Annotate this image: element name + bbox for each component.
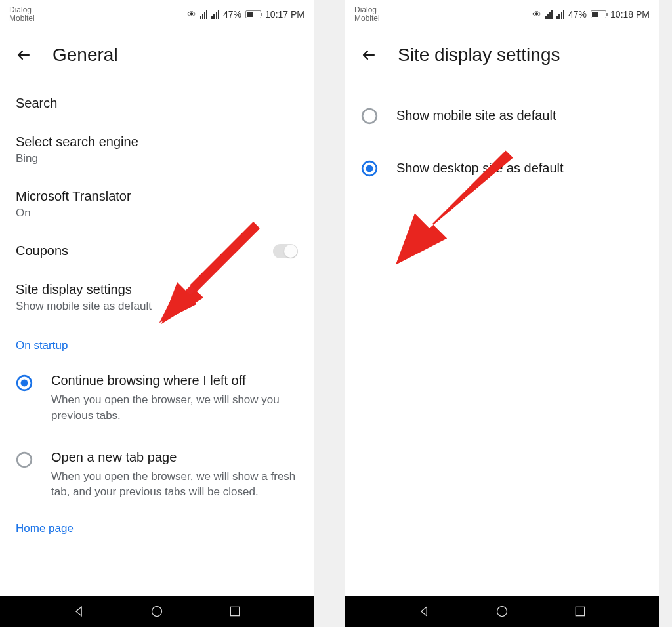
radio-text: Open a new tab page When you open the br… bbox=[51, 450, 298, 500]
page-header: General bbox=[0, 29, 314, 84]
item-subtitle: On bbox=[16, 207, 298, 220]
signal-icon-1 bbox=[200, 10, 208, 19]
eye-icon: 👁 bbox=[187, 9, 196, 20]
svg-point-5 bbox=[362, 109, 377, 123]
mobile-site-option[interactable]: Show mobile site as default bbox=[361, 89, 643, 142]
radio-title: Show desktop site as default bbox=[396, 161, 564, 176]
svg-point-2 bbox=[17, 453, 32, 467]
back-icon[interactable] bbox=[16, 47, 32, 63]
page-header: Site display settings bbox=[345, 29, 659, 84]
radio-title: Show mobile site as default bbox=[396, 108, 556, 123]
page-title: Site display settings bbox=[398, 45, 560, 66]
radio-selected-icon bbox=[361, 160, 378, 177]
translator-item[interactable]: Microsoft Translator On bbox=[16, 177, 298, 232]
battery-icon bbox=[245, 10, 261, 18]
battery-pct: 47% bbox=[223, 9, 242, 20]
select-search-engine-item[interactable]: Select search engine Bing bbox=[16, 123, 298, 177]
carrier-labels: Dialog Mobitel bbox=[354, 6, 380, 23]
item-subtitle: Show mobile site as default bbox=[16, 300, 298, 313]
radio-desc: When you open the browser, we will show … bbox=[51, 392, 298, 424]
radio-text: Continue browsing where I left off When … bbox=[51, 373, 298, 424]
svg-point-8 bbox=[497, 607, 507, 617]
android-navbar bbox=[345, 596, 659, 627]
radio-selected-icon bbox=[16, 374, 33, 392]
signal-icon-2 bbox=[556, 10, 564, 19]
carrier-labels: Dialog Mobitel bbox=[9, 6, 35, 23]
status-bar: Dialog Mobitel 👁 47% 10:18 PM bbox=[345, 0, 659, 29]
status-icons: 👁 47% 10:18 PM bbox=[532, 9, 650, 20]
svg-rect-9 bbox=[576, 607, 585, 615]
signal-icon-2 bbox=[211, 10, 219, 19]
item-title: Microsoft Translator bbox=[16, 189, 298, 204]
svg-rect-4 bbox=[231, 607, 240, 615]
item-title: Site display settings bbox=[16, 282, 298, 297]
status-bar: Dialog Mobitel 👁 47% 10:17 PM bbox=[0, 0, 314, 29]
startup-section-label: On startup bbox=[16, 325, 298, 360]
nav-recent-icon[interactable] bbox=[574, 605, 587, 618]
radio-desc: When you open the browser, we will show … bbox=[51, 469, 298, 500]
back-icon[interactable] bbox=[361, 47, 377, 63]
home-page-link[interactable]: Home page bbox=[16, 513, 298, 544]
item-title: Coupons bbox=[16, 243, 68, 258]
startup-newtab-option[interactable]: Open a new tab page When you open the br… bbox=[16, 437, 298, 514]
item-subtitle: Bing bbox=[16, 152, 298, 165]
svg-point-1 bbox=[21, 380, 28, 387]
svg-point-7 bbox=[366, 165, 373, 172]
phone-right: Dialog Mobitel 👁 47% 10:18 PM Site displ… bbox=[345, 0, 659, 627]
radio-title: Open a new tab page bbox=[51, 450, 298, 465]
coupons-item[interactable]: Coupons bbox=[16, 232, 298, 270]
settings-content: Search Select search engine Bing Microso… bbox=[0, 84, 314, 596]
phone-left: Dialog Mobitel 👁 47% 10:17 PM General Se… bbox=[0, 0, 314, 627]
eye-icon: 👁 bbox=[532, 9, 541, 20]
site-display-item[interactable]: Site display settings Show mobile site a… bbox=[16, 270, 298, 325]
status-time: 10:18 PM bbox=[610, 9, 650, 20]
carrier-2: Mobitel bbox=[354, 14, 380, 23]
status-time: 10:17 PM bbox=[265, 9, 304, 20]
radio-unselected-icon bbox=[361, 108, 378, 125]
nav-home-icon[interactable] bbox=[150, 605, 163, 618]
desktop-site-option[interactable]: Show desktop site as default bbox=[361, 142, 643, 194]
nav-back-icon[interactable] bbox=[72, 605, 85, 618]
item-title: Select search engine bbox=[16, 134, 298, 150]
coupons-toggle[interactable] bbox=[273, 244, 298, 258]
svg-point-3 bbox=[152, 607, 161, 617]
radio-title: Continue browsing where I left off bbox=[51, 373, 298, 388]
signal-icon-1 bbox=[545, 10, 553, 19]
android-navbar bbox=[0, 596, 314, 627]
status-icons: 👁 47% 10:17 PM bbox=[187, 9, 304, 20]
startup-continue-option[interactable]: Continue browsing where I left off When … bbox=[16, 360, 298, 437]
page-title: General bbox=[52, 45, 118, 66]
nav-recent-icon[interactable] bbox=[228, 605, 242, 618]
battery-icon bbox=[591, 10, 606, 18]
carrier-2: Mobitel bbox=[9, 14, 35, 23]
nav-back-icon[interactable] bbox=[417, 605, 430, 618]
battery-pct: 47% bbox=[568, 9, 587, 20]
nav-home-icon[interactable] bbox=[495, 605, 509, 618]
radio-unselected-icon bbox=[16, 451, 33, 468]
search-section-header: Search bbox=[16, 84, 298, 123]
settings-content: Show mobile site as default Show desktop… bbox=[345, 84, 659, 596]
